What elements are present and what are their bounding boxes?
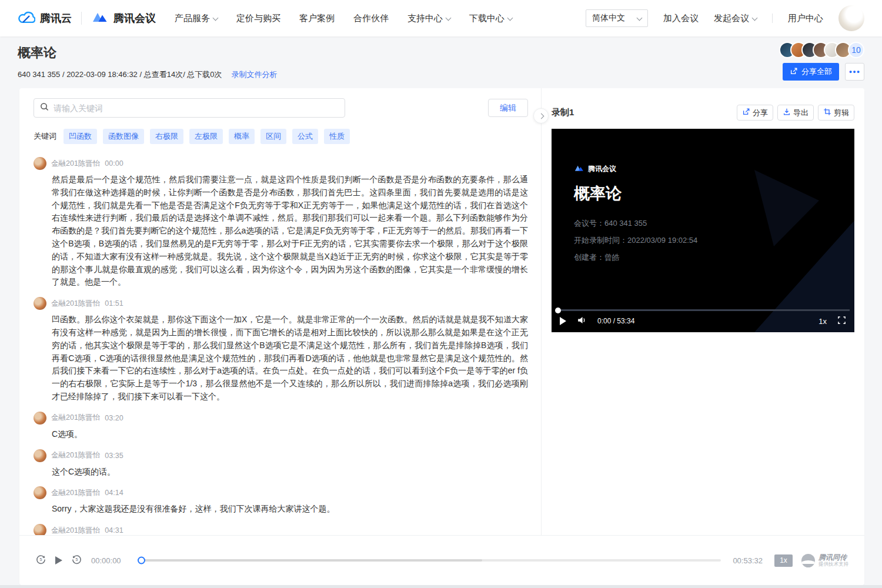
nav-item-label: 支持中心 [407, 13, 443, 24]
video-speed-button[interactable]: 1x [818, 317, 827, 326]
keyword-tag[interactable]: 凹函数 [64, 129, 97, 144]
speaker-avatar [34, 486, 46, 499]
clip-label: 剪辑 [834, 108, 849, 118]
edit-button[interactable]: 编辑 [488, 99, 528, 117]
chevron-down-icon [213, 15, 219, 21]
keyword-tag[interactable]: 公式 [292, 129, 318, 144]
transcript-entry[interactable]: 金融201陈晋怡 04:31 那我们先不看C，我们先来看一下。先来看一下第的话，… [34, 524, 528, 535]
video-progress-handle[interactable] [555, 308, 561, 313]
playback-speed-button[interactable]: 1x [774, 554, 793, 567]
video-brand-label: 腾讯会议 [588, 164, 616, 174]
chevron-down-icon [637, 15, 643, 21]
keyword-tag[interactable]: 函数图像 [103, 129, 144, 144]
nav-item-pricing[interactable]: 定价与购买 [236, 13, 280, 24]
transcript-entry[interactable]: 金融201陈晋怡 01:51 凹函数。那么你这个衣架就是，那你这下面这个一加X，… [34, 297, 528, 403]
keyword-tag[interactable]: 右极限 [150, 129, 183, 144]
entry-text: 凹函数。那么你这个衣架就是，那你这下面这个一加X，它是一个。就是非常正常的一个一… [52, 313, 528, 403]
share-recording-button[interactable]: 分享 [737, 105, 773, 121]
video-meeting-title: 概率论 [574, 183, 622, 204]
keyword-tag[interactable]: 性质 [324, 129, 350, 144]
speaker-name: 金融201陈晋怡 [51, 413, 100, 423]
tencent-cloud-icon [18, 11, 35, 26]
main-card: 编辑 关键词 凹函数 函数图像 右极限 左极限 概率 区间 公式 性质 金融20… [19, 88, 864, 585]
keyword-search-box [34, 98, 345, 118]
entry-text: Sorry，大家这题我还是没有很准备好，这样，我们下次课再给大家讲这个题。 [52, 503, 528, 516]
speaker-name: 金融201陈晋怡 [51, 488, 100, 498]
entry-timestamp[interactable]: 04:31 [105, 526, 123, 534]
share-icon [790, 67, 798, 77]
more-button[interactable]: ●●● [845, 63, 864, 81]
fullscreen-icon[interactable] [837, 316, 846, 327]
forward-5-icon[interactable]: 5 [71, 554, 82, 567]
chevron-down-icon [446, 15, 452, 21]
share-all-button[interactable]: 分享全部 [783, 63, 839, 81]
nav-item-products[interactable]: 产品服务 [175, 13, 218, 24]
speaker-avatar [34, 524, 46, 535]
video-record-time: 开始录制时间：2022/03/09 19:02:54 [574, 235, 697, 246]
entry-timestamp[interactable]: 01:51 [105, 299, 123, 308]
share-all-label: 分享全部 [801, 66, 832, 77]
nav-item-label: 合作伙伴 [353, 13, 389, 24]
recording-title: 录制1 [552, 107, 574, 118]
rewind-5-icon[interactable]: 5 [35, 554, 46, 567]
transcript-entry[interactable]: 金融201陈晋怡 04:14 Sorry，大家这题我还是没有很准备好，这样，我们… [34, 486, 528, 516]
clip-icon [823, 108, 831, 118]
keyword-tag[interactable]: 概率 [229, 129, 255, 144]
entry-timestamp[interactable]: 04:14 [105, 489, 123, 497]
tencent-meeting-logo[interactable]: 腾讯会议 [91, 11, 156, 26]
speaker-name: 金融201陈晋怡 [51, 450, 100, 460]
page-header: 概率论 640 341 355 / 2022-03-09 18:46:32 / … [18, 36, 864, 87]
video-play-button[interactable] [560, 317, 566, 325]
user-avatar[interactable] [838, 5, 864, 31]
nav-item-download[interactable]: 下载中心 [469, 13, 512, 24]
chevron-down-icon [507, 15, 513, 21]
transcript-entry[interactable]: 金融201陈晋怡 03:20 C选项。 [34, 412, 528, 441]
entry-timestamp[interactable]: 03:35 [105, 452, 123, 460]
entry-timestamp[interactable]: 00:00 [105, 159, 123, 168]
join-meeting-link[interactable]: 加入会议 [663, 13, 699, 24]
playback-play-button[interactable] [55, 556, 62, 564]
clip-recording-button[interactable]: 剪辑 [818, 105, 854, 121]
nav-item-label: 客户案例 [299, 13, 335, 24]
transcript-entry[interactable]: 金融201陈晋怡 03:35 这个C选项的话。 [34, 449, 528, 479]
search-input[interactable] [54, 103, 339, 113]
page-title: 概率论 [18, 44, 278, 62]
video-player[interactable]: 腾讯会议 概率论 会议号：640 341 355 开始录制时间：2022/03/… [552, 129, 854, 332]
nav-item-partners[interactable]: 合作伙伴 [353, 13, 389, 24]
video-progress-bar[interactable] [556, 309, 850, 311]
nav-item-support[interactable]: 支持中心 [407, 13, 450, 24]
entry-timestamp[interactable]: 03:20 [105, 414, 123, 422]
analysis-link[interactable]: 录制文件分析 [232, 69, 278, 80]
svg-text:5: 5 [76, 557, 78, 562]
keyword-tags: 凹函数 函数图像 右极限 左极限 概率 区间 公式 性质 [64, 129, 350, 144]
transcript-list: 金融201陈晋怡 00:00 然后是最后一个是这个规范性，然后我们需要注意一点，… [34, 157, 528, 535]
tencent-meeting-icon [91, 11, 109, 26]
video-time: 0:00 / 53:34 [597, 317, 634, 325]
video-creator: 创建者：曾皓 [574, 252, 620, 263]
nav-item-cases[interactable]: 客户案例 [299, 13, 335, 24]
join-meeting-label: 加入会议 [663, 13, 699, 24]
provider-badge: 腾讯同传 提供技术支持 [801, 554, 848, 567]
playback-slider-handle[interactable] [138, 557, 145, 564]
nav-item-label: 产品服务 [175, 13, 210, 24]
keyword-tag[interactable]: 左极限 [189, 129, 223, 144]
volume-icon[interactable] [577, 315, 587, 328]
participant-count-badge[interactable]: 10 [848, 42, 864, 58]
search-icon [40, 102, 49, 113]
video-decoration [754, 170, 819, 246]
tencent-cloud-logo[interactable]: 腾讯云 [18, 11, 72, 26]
tencent-cloud-label: 腾讯云 [40, 11, 72, 25]
transcript-entry[interactable]: 金融201陈晋怡 00:00 然后是最后一个是这个规范性，然后我们需要注意一点，… [34, 157, 528, 289]
page-footer-strip [0, 585, 882, 588]
tencent-simul-logo-icon [801, 554, 815, 567]
nav-item-label: 下载中心 [469, 13, 505, 24]
user-center-link[interactable]: 用户中心 [788, 13, 823, 24]
keyword-tag[interactable]: 区间 [260, 129, 286, 144]
nav-divider [772, 14, 773, 23]
speaker-avatar [34, 449, 46, 462]
playback-slider[interactable] [139, 559, 721, 562]
start-meeting-link[interactable]: 发起会议 [714, 13, 757, 24]
export-recording-button[interactable]: 导出 [777, 105, 814, 121]
language-select[interactable]: 简体中文 [586, 9, 648, 27]
speaker-avatar [34, 297, 46, 310]
